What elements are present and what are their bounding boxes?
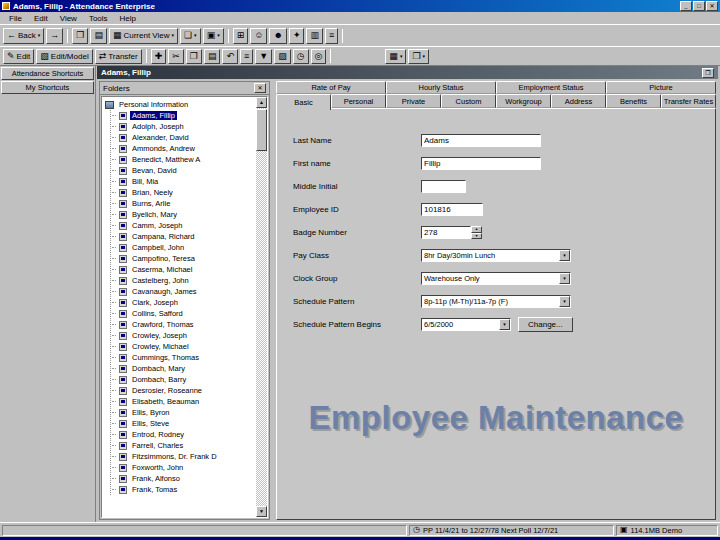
last-name-input[interactable] [421, 134, 541, 147]
schedule-pattern-dropdown[interactable]: 8p-11p (M-Th)/11a-7p (F)▾ [421, 295, 571, 308]
tree-item-collins-safford[interactable]: Collins, Safford [112, 308, 256, 319]
copy-page-button[interactable]: ❐ [72, 28, 88, 44]
employee-id-input[interactable] [421, 203, 483, 216]
spinner-down-icon[interactable]: ▾ [471, 233, 482, 240]
tree-item-dombach-barry[interactable]: Dombach, Barry [112, 374, 256, 385]
tree-item-clark-joseph[interactable]: Clark, Joseph [112, 297, 256, 308]
close-button[interactable]: ✕ [706, 1, 718, 11]
dropdown-arrow-icon[interactable]: ▾ [499, 319, 510, 330]
reports-button[interactable]: ▥ [306, 28, 323, 44]
tree-item-castelberg-john[interactable]: Castelberg, John [112, 275, 256, 286]
tree-item-campbell-john[interactable]: Campbell, John [112, 242, 256, 253]
paste-button[interactable]: ▤ [204, 49, 221, 64]
tree-item-byelich-mary[interactable]: Byelich, Mary [112, 209, 256, 220]
badge-number-input[interactable] [421, 226, 471, 239]
tree-item-ammonds-andrew[interactable]: Ammonds, Andrew [112, 143, 256, 154]
insert-button[interactable]: ✚ [151, 49, 167, 64]
tree-root-personal-information[interactable]: Personal Information [105, 99, 256, 110]
clock-group-dropdown[interactable]: Warehouse Only▾ [421, 272, 571, 285]
employee-button[interactable]: ☺ [250, 28, 267, 44]
group-button[interactable]: ☻ [269, 28, 286, 44]
tree-item-crowley-michael[interactable]: Crowley, Michael [112, 341, 256, 352]
scroll-down-icon[interactable]: ▼ [256, 506, 267, 517]
tree-item-brian-neely[interactable]: Brian, Neely [112, 187, 256, 198]
security-button[interactable]: ✦ [289, 28, 305, 44]
menu-item-help[interactable]: Help [114, 13, 142, 24]
tree-item-caserma-michael[interactable]: Caserma, Michael [112, 264, 256, 275]
edit-model-button[interactable]: ▧Edit/Model [36, 49, 92, 64]
clock-button[interactable]: ◷ [293, 49, 309, 64]
tab-private[interactable]: Private [386, 94, 441, 108]
schedule-pattern-begins-dropdown[interactable]: 6/5/2000▾ [421, 318, 511, 331]
tree-item-desrosier-roseanne[interactable]: Desrosier, Roseanne [112, 385, 256, 396]
print-button[interactable]: ≡ [325, 28, 338, 44]
tree-item-frank-alfonso[interactable]: Frank, Alfonso [112, 473, 256, 484]
header-pin-button[interactable]: ❒ [702, 68, 714, 78]
edit-button[interactable]: ✎Edit [3, 49, 34, 64]
tree-item-burns-arlie[interactable]: Burns, Arlie [112, 198, 256, 209]
badge-number-spinner[interactable]: ▴▾ [471, 226, 482, 239]
minimize-button[interactable]: _ [680, 1, 692, 11]
middle-initial-input[interactable] [421, 180, 466, 193]
tree-item-camm-joseph[interactable]: Camm, Joseph [112, 220, 256, 231]
pay-class-dropdown[interactable]: 8hr Day/30min Lunch▾ [421, 249, 571, 262]
tree-item-campana-richard[interactable]: Campana, Richard [112, 231, 256, 242]
tree-item-bill-mia[interactable]: Bill, Mia [112, 176, 256, 187]
maximize-button[interactable]: □ [693, 1, 705, 11]
tree-item-cummings-thomas[interactable]: Cummings, Thomas [112, 352, 256, 363]
tree-item-elisabeth-beauman[interactable]: Elisabeth, Beauman [112, 396, 256, 407]
menu-item-file[interactable]: File [3, 13, 28, 24]
tree-item-crowley-joseph[interactable]: Crowley, Joseph [112, 330, 256, 341]
current-view-combo[interactable]: ▦Current View▾ [109, 28, 178, 44]
tree-item-ellis-steve[interactable]: Ellis, Steve [112, 418, 256, 429]
menu-item-tools[interactable]: Tools [83, 13, 114, 24]
calculator-button[interactable]: ⊞ [233, 28, 249, 44]
tree-item-alexander-david[interactable]: Alexander, David [112, 132, 256, 143]
first-name-input[interactable] [421, 157, 541, 170]
tree-item-fitzsimmons-dr-frank-d[interactable]: Fitzsimmons, Dr. Frank D [112, 451, 256, 462]
menu-item-view[interactable]: View [54, 13, 83, 24]
dropdown-arrow-icon[interactable]: ▾ [559, 250, 570, 261]
dropdown-arrow-icon[interactable]: ▾ [559, 296, 570, 307]
folders-close-icon[interactable]: ✕ [254, 83, 266, 93]
copy-button[interactable]: ❐ [186, 49, 202, 64]
window-list-button[interactable]: ▦▾ [385, 49, 406, 64]
tab-address[interactable]: Address [551, 94, 606, 108]
options-button[interactable]: ▣▾ [203, 28, 224, 44]
tree-item-adams-fillip[interactable]: Adams, Fillip [112, 110, 256, 121]
tree-item-benedict-matthew-a[interactable]: Benedict, Matthew A [112, 154, 256, 165]
chart-button[interactable]: ▨ [274, 49, 291, 64]
dropdown-arrow-icon[interactable]: ▾ [559, 273, 570, 284]
tree-item-adolph-joseph[interactable]: Adolph, Joseph [112, 121, 256, 132]
new-window-button[interactable]: ❏▾ [180, 28, 201, 44]
forward-button[interactable]: → [46, 28, 63, 44]
tree-item-bevan-david[interactable]: Bevan, David [112, 165, 256, 176]
tab-rate-of-pay[interactable]: Rate of Pay [276, 81, 386, 94]
tree-item-frank-tomas[interactable]: Frank, Tomas [112, 484, 256, 495]
tree-item-entrod-rodney[interactable]: Entrod, Rodney [112, 429, 256, 440]
scrollbar-thumb[interactable] [256, 109, 267, 151]
tab-custom[interactable]: Custom [441, 94, 496, 108]
sort-button[interactable]: ≡ [240, 49, 253, 64]
list-view-button[interactable]: ▤ [90, 28, 107, 44]
tab-hourly-status[interactable]: Hourly Status [386, 81, 496, 94]
undo-button[interactable]: ↶ [222, 49, 238, 64]
tree-item-dombach-mary[interactable]: Dombach, Mary [112, 363, 256, 374]
help-pane-button[interactable]: ❒▾ [408, 49, 429, 64]
sidebar-item-attendance-shortcuts[interactable]: Attendance Shortcuts [1, 67, 94, 80]
sidebar-item-my-shortcuts[interactable]: My Shortcuts [1, 81, 94, 94]
tab-picture[interactable]: Picture [606, 81, 716, 94]
filter-button[interactable]: ▼ [255, 49, 272, 64]
back-button[interactable]: ←Back▾ [3, 28, 44, 44]
tree-item-foxworth-john[interactable]: Foxworth, John [112, 462, 256, 473]
tab-benefits[interactable]: Benefits [606, 94, 661, 108]
tree-item-ellis-byron[interactable]: Ellis, Byron [112, 407, 256, 418]
menu-item-edit[interactable]: Edit [28, 13, 54, 24]
scrollbar-track[interactable] [256, 108, 267, 506]
tab-basic[interactable]: Basic [276, 94, 331, 110]
globe-button[interactable]: ◎ [311, 49, 327, 64]
tree-item-cavanaugh-james[interactable]: Cavanaugh, James [112, 286, 256, 297]
cut-button[interactable]: ✂ [168, 49, 184, 64]
tree-item-crawford-thomas[interactable]: Crawford, Thomas [112, 319, 256, 330]
tree-scrollbar[interactable]: ▲ ▼ [256, 97, 267, 517]
